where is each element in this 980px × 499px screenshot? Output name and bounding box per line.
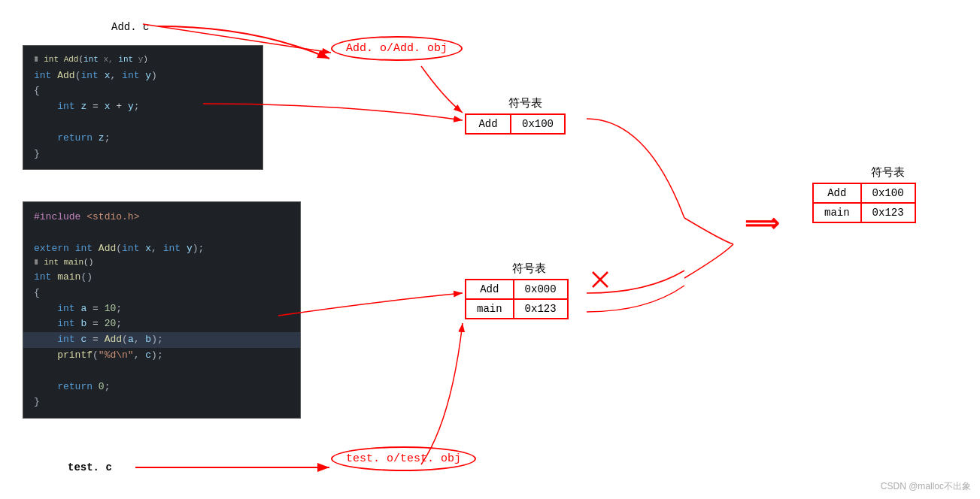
sym-table1-row1-name: Add: [466, 114, 511, 134]
sym-table3-row2-name: main: [813, 203, 861, 222]
sym-table2-row1-name: Add: [466, 280, 514, 299]
sym-table2-row1-addr: 0x000: [514, 280, 568, 299]
svg-line-3: [593, 272, 608, 287]
svg-line-2: [593, 272, 608, 287]
sym-table2-row2-name: main: [466, 299, 514, 319]
watermark: CSDN @malloc不出象: [881, 480, 971, 493]
add-code-block: ∎ int Add(int x, int y) int Add(int x, i…: [23, 45, 263, 170]
sym-table3-row2-addr: 0x123: [861, 203, 915, 222]
test-code-block: #include <stdio.h> extern int Add(int x,…: [23, 201, 301, 419]
sym-table3-row1-addr: 0x100: [861, 183, 915, 203]
add-obj-oval: Add. o/Add. obj: [331, 36, 463, 61]
sym-table2-row2-addr: 0x123: [514, 299, 568, 319]
test-obj-oval: test. o/test. obj: [331, 446, 476, 471]
sym-table2-title: 符号表: [465, 262, 593, 276]
sym-table2: Add 0x000 main 0x123: [465, 279, 569, 319]
sym-table1-title: 符号表: [465, 96, 585, 110]
merge-arrow: ⟹: [745, 209, 779, 239]
add-c-label: Add. c: [111, 21, 149, 33]
sym-table3-title: 符号表: [812, 165, 963, 180]
sym-table1: Add 0x100: [465, 113, 566, 135]
test-c-label: test. c: [68, 461, 112, 473]
sym-table3: Add 0x100 main 0x123: [812, 183, 916, 223]
sym-table1-row1-addr: 0x100: [511, 114, 565, 134]
sym-table3-row1-name: Add: [813, 183, 861, 203]
